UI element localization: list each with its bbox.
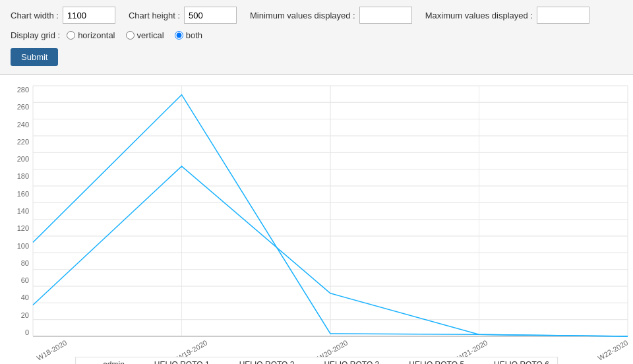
y-label-160: 160 — [4, 190, 29, 198]
min-values-input[interactable] — [359, 7, 412, 24]
y-label-140: 140 — [4, 207, 29, 215]
min-values-label: Minimum values displayed : — [250, 11, 355, 20]
legend-item-admin: admin — [84, 360, 125, 364]
y-label-200: 200 — [4, 155, 29, 163]
chart-width-input[interactable] — [63, 7, 115, 24]
legend-item-helio-roto-3: HELIO ROTO 3 — [305, 360, 379, 364]
legend-label-helio-roto-2: HELIO ROTO 2 — [239, 360, 295, 364]
y-label-220: 220 — [4, 138, 29, 146]
controls-row2: Display grid : horizontal vertical both — [11, 30, 622, 40]
max-values-label: Maximum values displayed : — [425, 11, 533, 20]
radio-vertical[interactable] — [126, 31, 135, 40]
y-label-260: 260 — [4, 103, 29, 111]
max-values-input[interactable] — [537, 7, 589, 24]
submit-button[interactable]: Submit — [11, 48, 58, 66]
y-label-60: 60 — [4, 276, 29, 284]
y-label-280: 280 — [4, 86, 29, 94]
min-values-group: Minimum values displayed : — [250, 7, 412, 24]
legend-label-helio-roto-1: HELIO ROTO 1 — [154, 360, 210, 364]
legend-item-helio-roto-1: HELIO ROTO 1 — [135, 360, 210, 364]
y-axis-labels: 280 260 240 220 200 180 160 140 120 100 … — [4, 86, 29, 336]
chart-height-input[interactable] — [184, 7, 237, 24]
radio-horizontal[interactable] — [67, 31, 75, 40]
radio-horizontal-option: horizontal — [67, 30, 115, 40]
radio-both-option: both — [175, 30, 202, 40]
legend-item-helio-roto-2: HELIO ROTO 2 — [220, 360, 295, 364]
legend-item-helio-roto-5: HELIO ROTO 5 — [390, 360, 464, 364]
top-controls-panel: Chart width : Chart height : Minimum val… — [0, 0, 633, 75]
y-label-80: 80 — [4, 259, 29, 267]
radio-both[interactable] — [175, 31, 183, 40]
y-label-40: 40 — [4, 293, 29, 301]
legend-label-helio-roto-6: HELIO ROTO 6 — [494, 360, 549, 364]
y-label-20: 20 — [4, 311, 29, 319]
radio-vertical-option: vertical — [126, 30, 164, 40]
y-label-180: 180 — [4, 172, 29, 180]
submit-row: Submit — [11, 48, 622, 66]
chart-lines-svg — [33, 86, 628, 336]
y-label-0: 0 — [4, 328, 29, 336]
chart-legend: admin HELIO ROTO 1 HELIO ROTO 2 HELIO RO… — [75, 357, 558, 364]
display-grid-label: Display grid : — [11, 30, 60, 40]
chart-area: 280 260 240 220 200 180 160 140 120 100 … — [0, 75, 633, 364]
y-label-120: 120 — [4, 224, 29, 232]
chart-width-label: Chart width : — [11, 11, 59, 20]
radio-group: horizontal vertical both — [67, 30, 202, 40]
x-label-w22: W22-2020 — [597, 338, 630, 362]
legend-label-admin: admin — [103, 360, 125, 364]
chart-height-group: Chart height : — [129, 7, 237, 24]
radio-both-label: both — [186, 30, 202, 40]
radio-vertical-label: vertical — [137, 30, 164, 40]
x-label-w18: W18-2020 — [35, 338, 68, 362]
radio-horizontal-label: horizontal — [78, 30, 115, 40]
controls-row1: Chart width : Chart height : Minimum val… — [11, 7, 622, 24]
chart-container: 280 260 240 220 200 180 160 140 120 100 … — [33, 86, 628, 336]
legend-label-helio-roto-5: HELIO ROTO 5 — [409, 360, 464, 364]
chart-width-group: Chart width : — [11, 7, 115, 24]
y-label-100: 100 — [4, 242, 29, 250]
legend-label-helio-roto-3: HELIO ROTO 3 — [324, 360, 379, 364]
y-label-240: 240 — [4, 121, 29, 129]
legend-item-helio-roto-6: HELIO ROTO 6 — [475, 360, 549, 364]
x-axis-labels: W18-2020 W19-2020 W20-2020 W21-2020 W22-… — [33, 347, 628, 355]
chart-height-label: Chart height : — [129, 11, 180, 20]
max-values-group: Maximum values displayed : — [425, 7, 589, 24]
